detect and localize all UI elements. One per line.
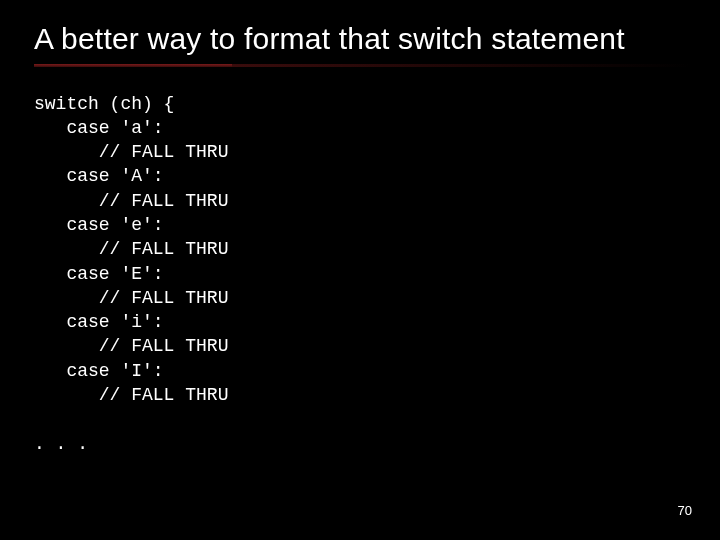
code-line: // FALL THRU xyxy=(34,191,228,211)
slide-title: A better way to format that switch state… xyxy=(34,20,686,58)
code-line: . . . xyxy=(34,434,88,454)
code-line: case 'i': xyxy=(34,312,164,332)
underline-fade xyxy=(232,64,692,67)
code-block: switch (ch) { case 'a': // FALL THRU cas… xyxy=(34,92,686,456)
code-line: // FALL THRU xyxy=(34,336,228,356)
title-underline xyxy=(34,64,686,68)
underline-solid xyxy=(34,64,232,67)
page-number: 70 xyxy=(678,503,692,518)
code-line: // FALL THRU xyxy=(34,142,228,162)
code-line: // FALL THRU xyxy=(34,239,228,259)
code-line: switch (ch) { xyxy=(34,94,174,114)
code-line: case 'e': xyxy=(34,215,164,235)
code-line: case 'E': xyxy=(34,264,164,284)
code-line: // FALL THRU xyxy=(34,385,228,405)
slide: A better way to format that switch state… xyxy=(0,0,720,540)
code-line: case 'A': xyxy=(34,166,164,186)
code-line: case 'I': xyxy=(34,361,164,381)
code-line: // FALL THRU xyxy=(34,288,228,308)
code-line: case 'a': xyxy=(34,118,164,138)
